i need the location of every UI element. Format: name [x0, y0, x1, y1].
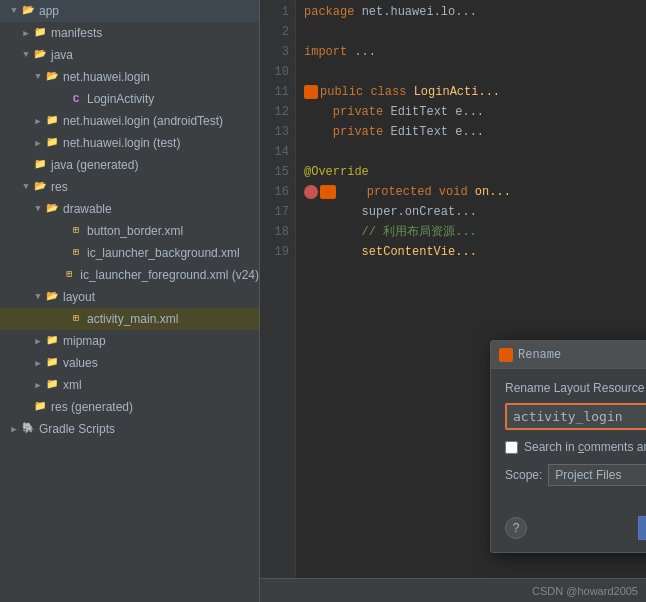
tree-item-drawable[interactable]: ▼ 📂 drawable [0, 198, 259, 220]
tree-item-button-border[interactable]: ▶ ⊞ button_border.xml [0, 220, 259, 242]
folder-resg-icon: 📁 [32, 399, 48, 415]
tree-arrow-gradle: ▶ [8, 424, 20, 435]
tree-item-activity-main[interactable]: ▶ ⊞ activity_main.xml [0, 308, 259, 330]
refactor-button[interactable]: Refactor [638, 516, 646, 540]
kotlin-icon: C [68, 91, 84, 107]
folder-manifests-icon: 📁 [32, 25, 48, 41]
scope-label-text: Scope: [505, 468, 542, 482]
tree-item-gradle[interactable]: ▶ 🐘 Gradle Scripts [0, 418, 259, 440]
tree-label-ic-bg: ic_launcher_background.xml [87, 246, 240, 260]
dialog-scope-row: Scope: Project Files Module Files Open F… [505, 464, 646, 486]
tree-label-ic-fg: ic_launcher_foreground.xml (v24) [80, 268, 259, 282]
tree-item-res[interactable]: ▼ 📂 res [0, 176, 259, 198]
tree-label-values: values [63, 356, 98, 370]
xml-icon-bb: ⊞ [68, 223, 84, 239]
tree-label-java-generated: java (generated) [51, 158, 138, 172]
tree-label-gradle: Gradle Scripts [39, 422, 115, 436]
tree-arrow-test: ▶ [32, 138, 44, 149]
dialog-body: Rename Layout Resource 'activity_main' a… [491, 369, 646, 510]
folder-drawable-icon: 📂 [44, 201, 60, 217]
folder-values-icon: 📁 [44, 355, 60, 371]
scope-select-wrap: Project Files Module Files Open Files ▼ [548, 464, 646, 486]
tree-label-button-border: button_border.xml [87, 224, 183, 238]
tree-label-java: java [51, 48, 73, 62]
folder-test-icon: 📁 [44, 135, 60, 151]
tree-item-layout[interactable]: ▼ 📂 layout [0, 286, 259, 308]
tree-arrow-app: ▼ [8, 6, 20, 16]
dialog-checkbox-row: Search in comments and strings [505, 440, 646, 454]
tree-item-res-generated[interactable]: ▶ 📁 res (generated) [0, 396, 259, 418]
tree-label-manifests: manifests [51, 26, 102, 40]
tree-label-res: res [51, 180, 68, 194]
tree-arrow-values: ▶ [32, 358, 44, 369]
dialog-title-left: Rename [499, 348, 561, 362]
tree-label-android-test: net.huawei.login (androidTest) [63, 114, 223, 128]
tree-item-xml[interactable]: ▶ 📁 xml [0, 374, 259, 396]
tree-arrow-java: ▼ [20, 50, 32, 60]
folder-xml-icon: 📁 [44, 377, 60, 393]
folder-android-test-icon: 📁 [44, 113, 60, 129]
checkbox-label: Search in comments and strings [524, 440, 646, 454]
dialog-footer: ? Refactor Preview Cancel [491, 510, 646, 552]
folder-java-icon: 📂 [32, 47, 48, 63]
tree-item-test[interactable]: ▶ 📁 net.huawei.login (test) [0, 132, 259, 154]
tree-label-activity-main: activity_main.xml [87, 312, 178, 326]
tree-item-java-generated[interactable]: ▶ 📁 java (generated) [0, 154, 259, 176]
folder-java-gen-icon: 📁 [32, 157, 48, 173]
dialog-title-text: Rename [518, 348, 561, 362]
tree-label-login-activity: LoginActivity [87, 92, 154, 106]
project-panel: ▼ 📂 app ▶ 📁 manifests ▼ 📂 java ▼ 📂 net.h… [0, 0, 260, 602]
tree-item-mipmap[interactable]: ▶ 📁 mipmap [0, 330, 259, 352]
dialog-description: Rename Layout Resource 'activity_main' a… [505, 381, 646, 395]
tree-arrow-package: ▼ [32, 72, 44, 82]
tree-label-package: net.huawei.login [63, 70, 150, 84]
main-container: ▼ 📂 app ▶ 📁 manifests ▼ 📂 java ▼ 📂 net.h… [0, 0, 646, 602]
rename-input[interactable] [507, 405, 646, 428]
tree-label-layout: layout [63, 290, 95, 304]
rename-dialog-icon [499, 348, 513, 362]
folder-app-icon: 📂 [20, 3, 36, 19]
tree-item-java[interactable]: ▼ 📂 java [0, 44, 259, 66]
help-button[interactable]: ? [505, 517, 527, 539]
rename-dialog: Rename ✕ Rename Layout Resource 'activit… [490, 340, 646, 553]
tree-item-ic-fg[interactable]: ▶ ⊞ ic_launcher_foreground.xml (v24) [0, 264, 259, 286]
folder-mipmap-icon: 📁 [44, 333, 60, 349]
tree-label-app: app [39, 4, 59, 18]
tree-arrow-drawable: ▼ [32, 204, 44, 214]
tree-item-app[interactable]: ▼ 📂 app [0, 0, 259, 22]
tree-arrow-mipmap: ▶ [32, 336, 44, 347]
folder-layout-icon: 📂 [44, 289, 60, 305]
dialog-overlay: Rename ✕ Rename Layout Resource 'activit… [260, 0, 646, 602]
tree-arrow-xml-folder: ▶ [32, 380, 44, 391]
dialog-title-bar: Rename ✕ [491, 341, 646, 369]
tree-item-values[interactable]: ▶ 📁 values [0, 352, 259, 374]
checkbox-underline-c: c [578, 440, 584, 454]
tree-label-drawable: drawable [63, 202, 112, 216]
tree-item-ic-bg[interactable]: ▶ ⊞ ic_launcher_background.xml [0, 242, 259, 264]
tree-label-res-generated: res (generated) [51, 400, 133, 414]
xml-icon-am: ⊞ [68, 311, 84, 327]
xml-icon-icfg: ⊞ [61, 267, 77, 283]
tree-arrow-layout: ▼ [32, 292, 44, 302]
tree-item-login-activity[interactable]: ▶ C LoginActivity [0, 88, 259, 110]
tree-label-mipmap: mipmap [63, 334, 106, 348]
folder-res-icon: 📂 [32, 179, 48, 195]
tree-arrow-android-test: ▶ [32, 116, 44, 127]
search-comments-checkbox[interactable] [505, 441, 518, 454]
tree-arrow-res: ▼ [20, 182, 32, 192]
tree-label-test: net.huawei.login (test) [63, 136, 180, 150]
gradle-icon: 🐘 [20, 421, 36, 437]
editor-panel: 1 2 3 10 11 12 13 14 15 16 17 18 19 pack… [260, 0, 646, 602]
tree-item-manifests[interactable]: ▶ 📁 manifests [0, 22, 259, 44]
scope-select[interactable]: Project Files Module Files Open Files [548, 464, 646, 486]
tree-label-xml: xml [63, 378, 82, 392]
folder-package-icon: 📂 [44, 69, 60, 85]
tree-item-android-test[interactable]: ▶ 📁 net.huawei.login (androidTest) [0, 110, 259, 132]
xml-icon-icbg: ⊞ [68, 245, 84, 261]
tree-item-package[interactable]: ▼ 📂 net.huawei.login [0, 66, 259, 88]
dialog-input-wrap [505, 403, 646, 430]
tree-arrow-manifests: ▶ [20, 28, 32, 39]
